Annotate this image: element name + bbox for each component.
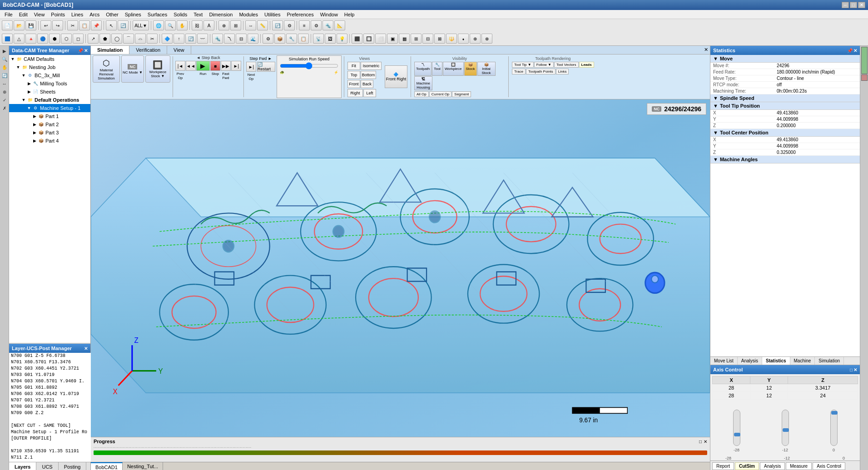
y-slider-thumb[interactable] — [783, 428, 789, 432]
tree-item-sheets[interactable]: ▶ 📄 Sheets — [9, 88, 90, 96]
tb2-4[interactable]: 🔵 — [37, 34, 48, 44]
tb-chain[interactable]: ⛓ — [192, 20, 203, 30]
tree-item-cam-defaults[interactable]: ▼ 📁 CAM Defaults — [9, 55, 90, 63]
tb2-r2[interactable]: 🔲 — [363, 34, 374, 44]
menu-utilities[interactable]: Utilities — [262, 11, 283, 18]
speed-slider[interactable] — [280, 62, 338, 69]
tab-layers[interactable]: Layers — [9, 462, 36, 470]
nav-icon-8[interactable]: ✗ — [0, 104, 9, 112]
tb2-cam2[interactable]: 📦 — [274, 34, 285, 44]
tool-tip-btn[interactable]: Tool Tip ▼ — [512, 62, 534, 68]
tb-3d[interactable]: 🌐 — [153, 20, 164, 30]
expand-icon-default-ops[interactable]: ▼ — [21, 98, 26, 102]
menu-lines[interactable]: Lines — [69, 11, 86, 18]
tb2-cam3[interactable]: 🔧 — [286, 34, 297, 44]
tab-verification[interactable]: Verification — [129, 46, 167, 54]
tab-move-list[interactable]: Move List — [710, 357, 738, 365]
tb-cut[interactable]: ✂ — [67, 20, 78, 30]
tb2-route[interactable]: 〽 — [224, 34, 235, 44]
tab-simulation[interactable]: Simulation — [91, 46, 129, 54]
close-sim-btn[interactable]: ✕ — [702, 46, 710, 54]
z-slider-thumb[interactable] — [831, 411, 838, 415]
nav-icon-3[interactable]: ✋ — [0, 63, 9, 71]
layer-panel-close[interactable]: ✕ — [84, 346, 88, 351]
tb2-render[interactable]: 🖼 — [325, 34, 336, 44]
menu-splines[interactable]: Splines — [122, 11, 144, 18]
tb-redo[interactable]: ↪ — [52, 20, 63, 30]
workpiece-vis-btn[interactable]: 🔲 Workpiece — [443, 62, 464, 76]
nav-icon-5[interactable]: ↔ — [0, 79, 9, 88]
tool-vectors-btn[interactable]: Tool Vectors — [554, 62, 579, 68]
expand-icon-milling[interactable]: ▶ — [26, 81, 32, 86]
tab-posting[interactable]: Posting — [59, 462, 87, 470]
expand-icon-part2[interactable]: ▶ — [32, 122, 37, 127]
tb2-drill[interactable]: 🔩 — [212, 34, 223, 44]
back-btn[interactable]: Back — [361, 80, 373, 88]
tb-rotate[interactable]: 🔄 — [118, 20, 129, 30]
tb-save[interactable]: 💾 — [25, 20, 36, 30]
maximize-button[interactable]: □ — [850, 2, 857, 8]
tool-vis-btn[interactable]: 🔧 Tool — [432, 62, 442, 76]
leads-btn[interactable]: Leads — [579, 62, 594, 68]
tree-item-machine-setup[interactable]: ▼ ⚙ Machine Setup - 1 — [9, 104, 90, 112]
tb2-3[interactable]: 🔺 — [25, 34, 36, 44]
move-section-header[interactable]: ▼ Move — [710, 55, 860, 63]
tb-dim[interactable]: ↔ — [245, 20, 256, 30]
left-btn[interactable]: Left — [363, 89, 376, 97]
tb2-cam4[interactable]: 📋 — [298, 34, 309, 44]
tool-center-section-header[interactable]: ▼ Tool Center Position — [710, 129, 860, 137]
progress-expand[interactable]: □ — [699, 439, 702, 444]
current-op-btn[interactable]: Current Op — [429, 91, 452, 97]
tb-all[interactable]: ALL▼ — [133, 20, 149, 30]
nc-mode-btn[interactable]: NC NC Mode ▼ — [121, 55, 144, 83]
menu-modules[interactable]: Modules — [236, 11, 261, 18]
spindle-section-header[interactable]: ▼ Spindle Speed — [710, 94, 860, 102]
tb2-r11[interactable]: ⊕ — [470, 34, 481, 44]
tab-simulation[interactable]: Simulation — [815, 357, 844, 365]
fast-fwd-btn[interactable]: ▶▶ — [221, 61, 231, 71]
tb2-circle[interactable]: ◯ — [111, 34, 122, 44]
tool-tip-section-header[interactable]: ▼ Tool Tip Position — [710, 102, 860, 110]
tb2-surf[interactable]: 🌊 — [248, 34, 258, 44]
top-btn[interactable]: Top — [347, 71, 360, 79]
tb2-extrude[interactable]: ↑ — [174, 34, 184, 44]
tb2-r9[interactable]: 🔱 — [446, 34, 457, 44]
initial-stock-btn[interactable]: 📦 Initial Stock — [477, 62, 496, 76]
tree-panel-close[interactable]: ✕ — [84, 48, 88, 53]
report-tab-report[interactable]: Report — [712, 462, 734, 470]
tree-item-milling-tools[interactable]: ▶ 🔧 Milling Tools — [9, 79, 90, 88]
stop-btn[interactable]: ■ — [210, 61, 220, 71]
expand-icon-machine-setup[interactable]: ▼ — [26, 106, 32, 110]
tb2-r3[interactable]: ⬜ — [375, 34, 386, 44]
tb-grid[interactable]: ⊞ — [230, 20, 241, 30]
tree-item-part3[interactable]: ▶ 📦 Part 3 — [9, 129, 90, 137]
trace-btn[interactable]: Trace — [512, 69, 526, 74]
follow-btn[interactable]: Follow ▼ — [534, 62, 554, 68]
axis-close-btn[interactable]: ✕ — [853, 367, 857, 372]
menu-file[interactable]: File — [2, 11, 15, 18]
expand-icon-part1[interactable]: ▶ — [32, 114, 37, 119]
prev-op-btn[interactable]: |◄ — [175, 61, 185, 71]
nav-icon-1[interactable]: ▶ — [0, 47, 9, 55]
expand-icon-part4[interactable]: ▶ — [32, 139, 37, 143]
tb-refresh[interactable]: 🔃 — [272, 20, 283, 30]
tb2-r6[interactable]: ⊞ — [411, 34, 422, 44]
expand-icon-nesting[interactable]: ▼ — [15, 65, 21, 69]
win-tab-bobcad1[interactable]: BobCAD1 — [91, 462, 123, 470]
menu-window[interactable]: Window — [317, 11, 341, 18]
win-tab-nesting[interactable]: Nesting_Tut... — [123, 462, 163, 470]
isometric-btn[interactable]: Isometric — [361, 62, 382, 70]
tree-item-part1[interactable]: ▶ 📦 Part 1 — [9, 112, 90, 120]
tb2-poly[interactable]: ⬟ — [99, 34, 110, 44]
menu-preferences[interactable]: Preferences — [284, 11, 316, 18]
report-tab-analysis[interactable]: Analysis — [760, 462, 785, 470]
tb2-wire[interactable]: 📡 — [313, 34, 324, 44]
window-controls[interactable]: ─ □ ✕ — [842, 2, 865, 8]
tb2-r4[interactable]: ▣ — [387, 34, 398, 44]
tb2-shade[interactable]: 💡 — [337, 34, 347, 44]
expand-icon-part3[interactable]: ▶ — [32, 130, 37, 135]
tree-item-bc3x-mill[interactable]: ▼ ⚙ BC_3x_Mill — [9, 71, 90, 79]
tb2-lathe[interactable]: 🔄 — [185, 34, 196, 44]
tb2-sweep[interactable]: 〰 — [197, 34, 208, 44]
front-right-btn[interactable]: 🔷 Front Right — [385, 65, 407, 88]
